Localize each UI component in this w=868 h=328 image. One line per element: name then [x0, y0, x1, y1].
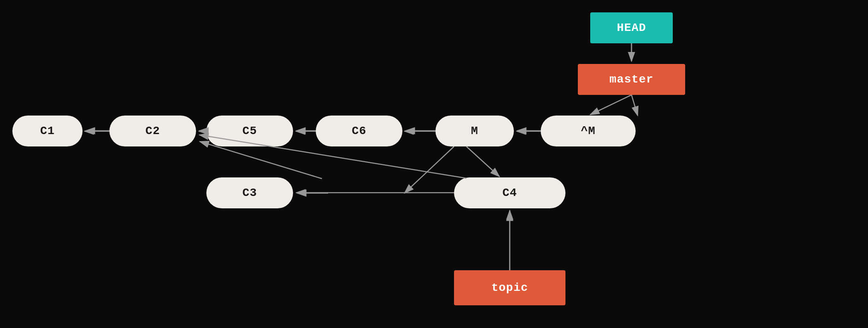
commit-c3: C3: [206, 177, 293, 208]
commit-c1: C1: [12, 116, 83, 146]
svg-line-7: [404, 146, 454, 193]
arrows-svg: [0, 0, 868, 328]
commit-c4: C4: [454, 177, 565, 208]
commit-c2: C2: [109, 116, 196, 146]
label-master: master: [578, 64, 685, 95]
svg-line-10: [590, 95, 631, 115]
label-topic: topic: [454, 270, 565, 305]
diagram: C1 C2 C3 C4 C5 C6 M ^M HEAD master topic: [0, 0, 868, 328]
label-head: HEAD: [590, 12, 673, 43]
commit-caret-m: ^M: [541, 116, 636, 146]
svg-line-4: [200, 142, 322, 179]
commit-m: M: [435, 116, 514, 146]
commit-c5: C5: [206, 116, 293, 146]
commit-c6: C6: [316, 116, 402, 146]
